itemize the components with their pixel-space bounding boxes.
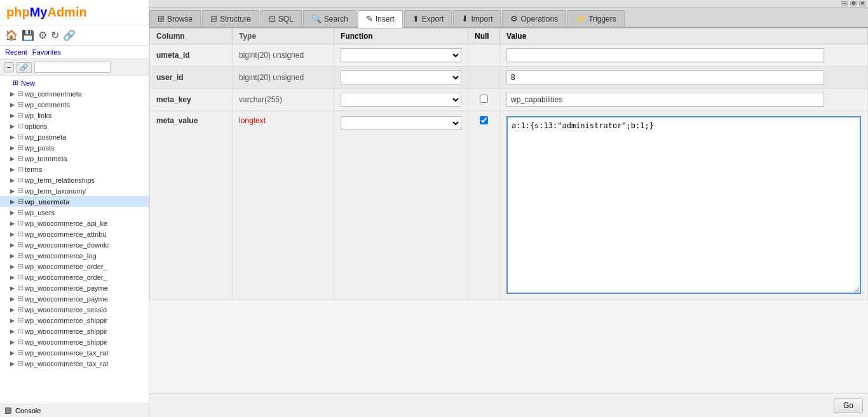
table-label: wp_term_relationships	[25, 176, 95, 184]
link-btn[interactable]: 🔗	[17, 62, 32, 73]
expand-icon: ▶	[10, 307, 17, 313]
sidebar-item-wc-log[interactable]: ▶ ⊟ wp_woocommerce_log	[0, 250, 149, 261]
sidebar-item-wp-termmeta[interactable]: ▶ ⊟ wp_termmeta	[0, 153, 149, 164]
sidebar-item-wp-usermeta[interactable]: ▶ ⊟ wp_usermeta	[0, 196, 149, 207]
sidebar-item-wc-order1[interactable]: ▶ ⊟ wp_woocommerce_order_	[0, 261, 149, 272]
tab-triggers-label: Triggers	[588, 15, 616, 23]
browse-icon: ⊞	[158, 14, 165, 23]
user-id-value-input[interactable]	[506, 70, 824, 84]
table-label: wp_postmeta	[25, 133, 66, 141]
sidebar-item-wc-payment2[interactable]: ▶ ⊟ wp_woocommerce_payme	[0, 293, 149, 304]
meta-value-null-checkbox[interactable]	[480, 116, 488, 124]
sidebar-item-wp-term-relationships[interactable]: ▶ ⊟ wp_term_relationships	[0, 175, 149, 185]
main-content: − ⚙ ✕ ⊞ Browse ⊟ Structure ⊡ SQL 🔍 Searc…	[149, 0, 868, 417]
sidebar-item-wc-shipping3[interactable]: ▶ ⊟ wp_woocommerce_shippir	[0, 336, 149, 347]
meta-key-type: varchar(255)	[233, 89, 334, 111]
table-icon: ⊟	[18, 230, 24, 238]
table-label: wp_woocommerce_log	[25, 252, 97, 260]
meta-key-column: meta_key	[150, 89, 233, 111]
table-label: wp_woocommerce_attribu	[25, 230, 106, 238]
sidebar-item-wc-api[interactable]: ▶ ⊟ wp_woocommerce_api_ke	[0, 218, 149, 228]
link-icon[interactable]: 🔗	[63, 29, 76, 41]
sidebar-item-wc-shipping1[interactable]: ▶ ⊟ wp_woocommerce_shippir	[0, 315, 149, 326]
sidebar-item-wc-order2[interactable]: ▶ ⊟ wp_woocommerce_order_	[0, 272, 149, 282]
meta-value-function-select[interactable]: AES_DECRYPT NOW NULL	[341, 116, 461, 130]
expand-icon: ▶	[10, 91, 17, 97]
user-id-function-cell: AES_DECRYPT NOW NULL	[334, 67, 468, 89]
refresh-icon[interactable]: ↻	[51, 29, 59, 41]
sidebar-item-wp-commentmeta[interactable]: ▶ ⊟ wp_commentmeta	[0, 88, 149, 99]
tab-sql[interactable]: ⊡ SQL	[261, 10, 302, 27]
export-icon: ⬆	[412, 14, 419, 23]
expand-icon: ▶	[10, 285, 17, 291]
umeta-id-value-input[interactable]	[506, 48, 824, 62]
recent-link[interactable]: Recent	[5, 48, 27, 56]
tab-triggers[interactable]: ⚡ Triggers	[567, 10, 625, 27]
sidebar-item-wc-shipping2[interactable]: ▶ ⊟ wp_woocommerce_shippir	[0, 326, 149, 336]
tab-insert[interactable]: ✎ Insert	[358, 10, 403, 28]
sidebar-item-wp-postmeta[interactable]: ▶ ⊟ wp_postmeta	[0, 131, 149, 142]
go-button[interactable]: Go	[834, 398, 863, 413]
close-btn[interactable]: ✕	[859, 1, 865, 6]
user-id-function-select[interactable]: AES_DECRYPT NOW NULL	[341, 70, 461, 84]
sidebar-item-wc-payment1[interactable]: ▶ ⊟ wp_woocommerce_payme	[0, 282, 149, 293]
new-label: New	[21, 79, 35, 87]
sidebar-item-wp-options[interactable]: ▶ ⊟ options	[0, 121, 149, 131]
table-icon: ⊟	[18, 111, 24, 119]
sidebar-item-wc-download[interactable]: ▶ ⊟ wp_woocommerce_downlc	[0, 239, 149, 250]
console-label[interactable]: Console	[15, 407, 41, 414]
favorites-link[interactable]: Favorites	[32, 48, 61, 56]
expand-icon: ▶	[10, 253, 17, 259]
expand-icon: ▶	[10, 112, 17, 119]
tab-structure[interactable]: ⊟ Structure	[202, 10, 259, 27]
table-label: terms	[25, 166, 43, 173]
sidebar-item-wc-session[interactable]: ▶ ⊟ wp_woocommerce_sessio	[0, 304, 149, 315]
tab-export[interactable]: ⬆ Export	[404, 10, 452, 27]
meta-key-function-select[interactable]: AES_DECRYPT NOW NULL	[341, 93, 461, 107]
meta-value-null-cell	[468, 111, 500, 300]
app-logo[interactable]: phpMyAdmin	[6, 5, 87, 19]
table-label: wp_users	[25, 209, 55, 216]
expand-icon: ▶	[10, 274, 17, 281]
table-label: wp_woocommerce_downlc	[25, 241, 109, 249]
structure-icon: ⊟	[210, 14, 217, 23]
database-icon[interactable]: 💾	[22, 29, 34, 41]
minimize-btn[interactable]: −	[841, 1, 848, 6]
table-label: wp_term_taxonomy	[25, 187, 86, 195]
table-label: wp_woocommerce_shippir	[25, 338, 107, 346]
new-table-item[interactable]: ⊞ New	[0, 77, 149, 88]
expand-icon: ▶	[10, 328, 17, 334]
tab-import[interactable]: ⬇ Import	[453, 10, 501, 27]
sidebar-item-wp-posts[interactable]: ▶ ⊟ wp_posts	[0, 142, 149, 153]
sidebar-item-wp-term-taxonomy[interactable]: ▶ ⊟ wp_term_taxonomy	[0, 185, 149, 196]
expand-icon: ▶	[10, 242, 17, 248]
tab-browse-label: Browse	[167, 15, 193, 23]
expand-icon: ▶	[10, 156, 17, 162]
search-input[interactable]	[34, 62, 111, 73]
meta-key-null-checkbox[interactable]	[480, 95, 488, 103]
sidebar-item-wc-tax2[interactable]: ▶ ⊟ wp_woocommerce_tax_rat	[0, 358, 149, 369]
meta-value-textarea[interactable]: a:1:{s:13:"administrator";b:1;}	[506, 116, 861, 294]
sidebar-item-wp-comments[interactable]: ▶ ⊟ wp_comments	[0, 99, 149, 110]
meta-key-value-input[interactable]	[506, 93, 824, 107]
tab-search[interactable]: 🔍 Search	[303, 10, 356, 27]
sidebar-item-wp-terms[interactable]: ▶ ⊟ terms	[0, 164, 149, 175]
settings-icon[interactable]: ⚙	[38, 29, 47, 41]
settings-btn[interactable]: ⚙	[850, 1, 857, 6]
logo-my: My	[30, 5, 48, 19]
meta-value-type: longtext	[233, 111, 334, 300]
sidebar-item-wc-tax1[interactable]: ▶ ⊟ wp_woocommerce_tax_rat	[0, 347, 149, 358]
tab-operations[interactable]: ⚙ Operations	[502, 10, 566, 27]
window-chrome: − ⚙ ✕	[149, 0, 868, 8]
home-icon[interactable]: 🏠	[5, 29, 18, 41]
table-icon: ⊟	[18, 241, 24, 249]
umeta-id-function-select[interactable]: AES_DECRYPT AES_ENCRYPT NOW NULL UUID	[341, 48, 461, 62]
collapse-btn[interactable]: −	[4, 62, 14, 72]
expand-icon: ▶	[10, 145, 17, 151]
meta-value-column: meta_value	[150, 111, 233, 300]
sidebar-item-wc-attrib[interactable]: ▶ ⊟ wp_woocommerce_attribu	[0, 228, 149, 239]
table-label: wp_woocommerce_order_	[25, 274, 107, 281]
sidebar-item-wp-links[interactable]: ▶ ⊟ wp_links	[0, 110, 149, 121]
sidebar-item-wp-users[interactable]: ▶ ⊟ wp_users	[0, 207, 149, 218]
tab-browse[interactable]: ⊞ Browse	[149, 10, 201, 27]
